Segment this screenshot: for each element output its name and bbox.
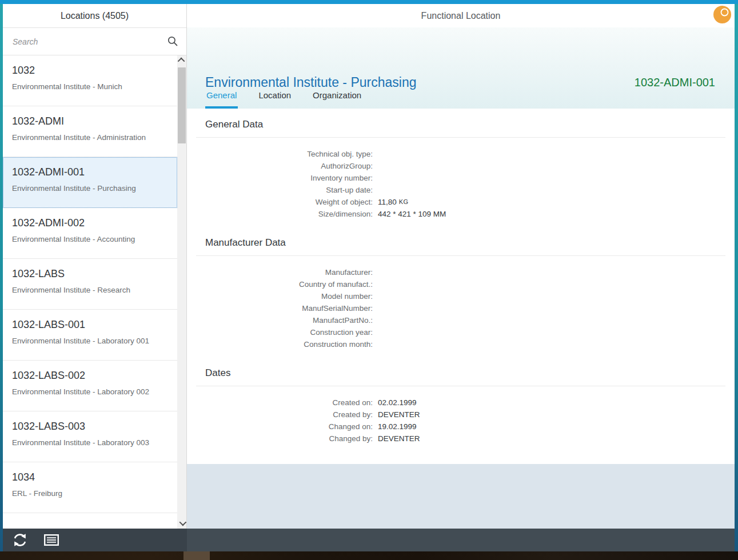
form-row: Technical obj. type: [196, 148, 725, 160]
list-item-description: Environmental Institute - Research [12, 285, 171, 295]
list-item-description: ERL - Freiburg [12, 489, 171, 499]
form-section: Dates Created on: 02.02.1999 Created by:… [196, 350, 725, 445]
form-row: Size/dimension: 442 * 421 * 109 MM [196, 208, 725, 220]
detail-content: General Data Technical obj. type: Author… [187, 109, 735, 464]
list-scrollbar[interactable] [177, 55, 186, 529]
form-row: Construction month: [196, 338, 725, 350]
list-item-description: Environmental Institute - Accounting [12, 234, 171, 245]
desktop-strip [0, 551, 738, 560]
detail-header: Functional Location [187, 4, 735, 27]
search-input[interactable] [3, 28, 186, 55]
field-value: 19.02.1999 [378, 421, 417, 433]
list-item-id: 1032-ADMI-002 [12, 217, 171, 229]
list-item[interactable]: 1032-ADMI-001 Environmental Institute - … [3, 157, 177, 208]
field-label: Model number: [196, 290, 373, 302]
footer-bar [3, 529, 735, 551]
form-row: Created by: DEVENTER [196, 409, 725, 421]
form-row: Inventory number: [196, 172, 725, 184]
form: Created on: 02.02.1999 Created by: DEVEN… [196, 397, 725, 445]
form-row: Changed by: DEVENTER [196, 433, 725, 445]
form-section: General Data Technical obj. type: Author… [196, 109, 725, 220]
list-item-description: Environmental Institute - Laboratory 003 [12, 438, 171, 448]
list-item[interactable]: 1032-ADMI-002 Environmental Institute - … [3, 208, 177, 259]
field-value: 02.02.1999 [378, 397, 417, 409]
field-label: Changed by: [196, 433, 373, 445]
list-item-id: 1032-ADMI-001 [12, 166, 171, 178]
list-item-description: Environmental Institute - Munich [12, 82, 171, 92]
list-item[interactable]: 1032-LABS-003 Environmental Institute - … [3, 411, 177, 462]
list-item-description: Environmental Institute - Laboratory 001 [12, 336, 171, 346]
section-divider [196, 255, 725, 256]
list-item[interactable]: 1032-LABS Environmental Institute - Rese… [3, 259, 177, 310]
field-label: Start-up date: [196, 184, 373, 196]
page-title: Functional Location [187, 4, 735, 27]
list-item[interactable]: 1032-LABS-001 Environmental Institute - … [3, 310, 177, 361]
list-item-description: Environmental Institute - Administration [12, 133, 171, 143]
field-label: Weight of object: [196, 196, 373, 208]
form-row: Changed on: 19.02.1999 [196, 421, 725, 433]
desktop-strip-segment [183, 551, 210, 560]
master-panel: Locations (4505) 1032 Environmental Inst… [3, 4, 187, 529]
list-item-description: Environmental Institute - Laboratory 002 [12, 387, 171, 397]
list-item-id: 1032 [12, 64, 171, 77]
tab-bar: General Location Organization [205, 90, 362, 109]
form-row: Created on: 02.02.1999 [196, 397, 725, 409]
list-item-id: 1032-LABS-001 [12, 318, 171, 331]
field-label: Changed on: [196, 421, 373, 433]
section-divider [196, 137, 725, 138]
field-label: ManufSerialNumber: [196, 302, 373, 314]
tab-organization[interactable]: Organization [312, 90, 362, 109]
detail-footer-spacer [187, 464, 735, 529]
form-row: Weight of object: 11,80 KG [196, 196, 725, 208]
list-item-id: 1032-LABS-002 [12, 369, 171, 382]
object-title[interactable]: Environmental Institute - Purchasing [205, 75, 416, 90]
window-top-border [0, 0, 738, 4]
list-item[interactable]: 1032-LABS-002 Environmental Institute - … [3, 361, 177, 411]
list-item[interactable]: 1034 ERL - Freiburg [3, 462, 177, 513]
tab-general[interactable]: General [205, 90, 238, 109]
section-title: Dates [196, 367, 725, 379]
section-title: Manufacturer Data [196, 237, 725, 249]
field-value: DEVENTER [378, 409, 420, 421]
user-avatar[interactable] [713, 6, 731, 23]
detail-panel: Functional Location Environmental Instit… [187, 4, 735, 529]
show-list-icon[interactable] [43, 533, 60, 547]
scrollbar-thumb[interactable] [178, 67, 186, 143]
form: Technical obj. type: AuthorizGroup: Inve… [196, 148, 725, 220]
field-label: Inventory number: [196, 172, 373, 184]
scroll-down-button[interactable] [177, 518, 186, 527]
location-list: 1032 Environmental Institute - Munich 10… [3, 55, 177, 513]
list-item-id: 1032-ADMI [12, 115, 171, 127]
field-label: AuthorizGroup: [196, 160, 373, 172]
field-value: DEVENTER [378, 433, 420, 445]
tab-location[interactable]: Location [257, 90, 292, 109]
refresh-icon[interactable] [11, 533, 29, 547]
field-label: Construction year: [196, 326, 373, 338]
form-row: AuthorizGroup: [196, 160, 725, 172]
field-unit: KG [399, 196, 409, 208]
form: Manufacturer: Country of manufact.: Mode… [196, 266, 725, 350]
search-bar [3, 28, 186, 55]
field-label: ManufactPartNo.: [196, 314, 373, 326]
object-id: 1032-ADMI-001 [635, 76, 715, 89]
search-icon[interactable] [167, 35, 178, 47]
form-row: Start-up date: [196, 184, 725, 196]
scroll-up-button[interactable] [177, 55, 186, 65]
section-title: General Data [196, 119, 725, 130]
list-item-id: 1032-LABS [12, 267, 171, 280]
field-label: Created by: [196, 409, 373, 421]
list-item[interactable]: 1032-ADMI Environmental Institute - Admi… [3, 106, 177, 157]
list-item-id: 1032-LABS-003 [12, 420, 171, 433]
form-row: ManufactPartNo.: [196, 314, 725, 326]
master-panel-title: Locations (4505) [3, 4, 186, 28]
field-label: Technical obj. type: [196, 148, 373, 160]
window-right-border [735, 4, 738, 551]
field-value: 11,80 [378, 196, 397, 208]
field-label: Country of manufact.: [196, 278, 373, 290]
list-item-id: 1034 [12, 471, 171, 483]
list-item[interactable]: 1032 Environmental Institute - Munich [3, 55, 177, 106]
field-value: 442 * 421 * 109 MM [378, 208, 446, 220]
chevron-down-icon [179, 518, 186, 526]
field-label: Construction month: [196, 338, 373, 350]
form-row: Model number: [196, 290, 725, 302]
